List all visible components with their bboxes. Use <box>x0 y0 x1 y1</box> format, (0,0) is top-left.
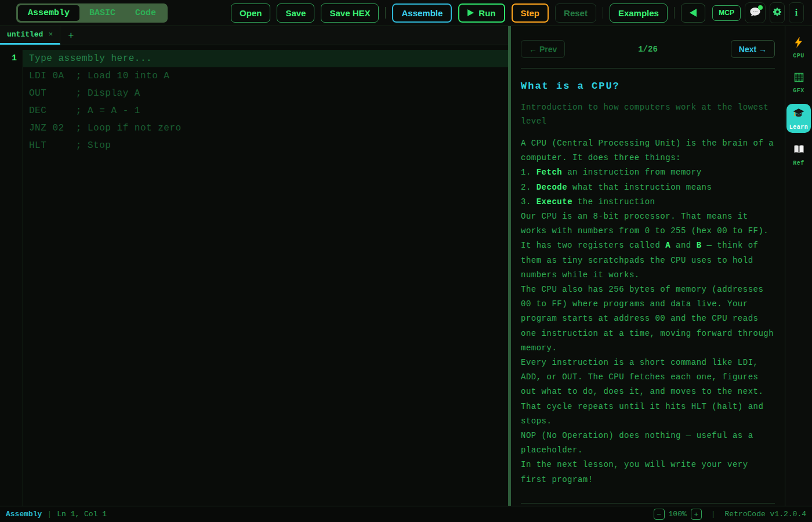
gear-icon <box>773 7 782 19</box>
toolbar-divider <box>603 7 603 19</box>
new-tab-button[interactable]: + <box>60 26 81 45</box>
app-version: RetroCode v1.2.0.4 <box>725 510 806 519</box>
lesson-paragraph: 3. Execute the instruction <box>521 195 775 209</box>
chat-button[interactable] <box>745 2 766 23</box>
lesson-paragraph: 2. Decode what that instruction means <box>521 180 775 195</box>
app-window: Assembly BASIC Code Open Save Save HEX A… <box>0 0 812 522</box>
open-button[interactable]: Open <box>231 3 270 23</box>
lesson-paragraph: 1. Fetch an instruction from memory <box>521 165 775 180</box>
run-button[interactable]: Run <box>458 3 505 23</box>
language-mode-switcher: Assembly BASIC Code <box>16 3 168 23</box>
zoom-out-button[interactable]: − <box>654 509 665 520</box>
zoom-in-button[interactable]: + <box>691 509 702 520</box>
mode-tab-code[interactable]: Code <box>125 5 166 21</box>
lesson-body: A CPU (Central Processing Unit) is the b… <box>521 136 775 487</box>
lesson-title: What is a CPU? <box>521 81 775 92</box>
sidebar-label-learn: Learn <box>789 124 809 130</box>
step-button[interactable]: Step <box>512 3 549 23</box>
open-book-icon <box>793 143 805 158</box>
collapse-panel-button[interactable] <box>681 3 705 23</box>
tab-title: untitled <box>7 30 43 39</box>
editor-column: untitled × + 1 Type assembly here... LDI… <box>0 26 508 506</box>
ghost-code-line: HLT ; Stop <box>23 137 508 154</box>
status-divider: | <box>711 510 716 519</box>
status-divider: | <box>47 510 52 519</box>
next-lesson-button[interactable]: Next → <box>731 40 775 58</box>
sidebar-item-cpu[interactable]: CPU <box>786 34 811 61</box>
lesson-footer-divider <box>521 503 775 503</box>
status-right: − 100% + | RetroCode v1.2.0.4 <box>654 509 806 520</box>
sidebar-label-cpu: CPU <box>793 53 804 59</box>
info-button[interactable]: i <box>789 2 804 23</box>
prev-lesson-button[interactable]: ← Prev <box>521 40 565 58</box>
right-sidebar: CPU GFX <box>785 26 812 506</box>
editor-tab-untitled[interactable]: untitled × <box>0 26 60 45</box>
save-hex-button[interactable]: Save HEX <box>321 3 379 23</box>
toolbar-divider <box>674 7 675 19</box>
mode-tab-assembly[interactable]: Assembly <box>18 5 79 21</box>
lesson-panel: ← Prev 1/26 Next → What is a CPU? Introd… <box>511 26 785 506</box>
lightning-bolt-icon <box>793 37 804 51</box>
lesson-paragraph: Every instruction is a short command lik… <box>521 356 775 429</box>
mode-tab-basic[interactable]: BASIC <box>79 5 125 21</box>
toolbar-divider <box>385 7 386 19</box>
line-number-gutter: 1 <box>0 50 23 506</box>
left-triangle-icon <box>690 9 697 17</box>
sidebar-item-learn[interactable]: Learn <box>786 104 811 133</box>
graduation-cap-icon <box>792 107 805 122</box>
tab-close-icon[interactable]: × <box>48 30 53 39</box>
lesson-header-divider <box>521 68 775 68</box>
notification-dot <box>758 5 763 10</box>
ghost-code-line: OUT ; Display A <box>23 85 508 102</box>
cursor-position: Ln 1, Col 1 <box>57 510 107 519</box>
examples-button[interactable]: Examples <box>610 3 668 23</box>
status-mode: Assembly <box>6 510 42 519</box>
line-number: 1 <box>0 50 23 67</box>
reset-button[interactable]: Reset <box>555 3 596 23</box>
sidebar-item-gfx[interactable]: GFX <box>786 69 811 96</box>
editor-content[interactable]: Type assembly here... LDI 0A ; Load 10 i… <box>23 50 508 506</box>
info-icon: i <box>795 8 798 18</box>
pixel-grid-icon <box>793 72 804 86</box>
lesson-paragraph: A CPU (Central Processing Unit) is the b… <box>521 136 775 165</box>
lesson-paragraph: NOP (No Operation) does nothing — useful… <box>521 429 775 458</box>
editor-tab-bar: untitled × + <box>0 26 508 45</box>
save-button[interactable]: Save <box>277 3 314 23</box>
lesson-paragraph: Our CPU is an 8-bit processor. That mean… <box>521 209 775 282</box>
sidebar-item-ref[interactable]: Ref <box>786 140 811 169</box>
sidebar-label-ref: Ref <box>793 160 804 166</box>
current-line-placeholder: Type assembly here... <box>23 50 508 67</box>
ghost-example-code: LDI 0A ; Load 10 into AOUT ; Display ADE… <box>23 67 508 154</box>
mcp-button[interactable]: MCP <box>712 5 741 21</box>
lesson-page-indicator: 1/26 <box>638 45 658 54</box>
run-label: Run <box>478 8 495 18</box>
ghost-code-line: LDI 0A ; Load 10 into A <box>23 67 508 85</box>
lesson-subtitle: Introduction to how computers work at th… <box>521 100 775 128</box>
toolbar-right-cluster: MCP <box>712 2 804 23</box>
zoom-level: 100% <box>669 510 687 519</box>
play-icon <box>467 9 474 16</box>
lesson-paragraph: In the next lesson, you will write your … <box>521 458 775 487</box>
code-editor[interactable]: 1 Type assembly here... LDI 0A ; Load 10… <box>0 45 508 506</box>
lesson-paragraph: The CPU also has 256 bytes of memory (ad… <box>521 282 775 356</box>
toolbar: Assembly BASIC Code Open Save Save HEX A… <box>0 0 812 26</box>
main-area: untitled × + 1 Type assembly here... LDI… <box>0 26 812 506</box>
sidebar-label-gfx: GFX <box>793 88 804 94</box>
assemble-button[interactable]: Assemble <box>392 3 452 23</box>
ghost-code-line: JNZ 02 ; Loop if not zero <box>23 119 508 137</box>
ghost-code-line: DEC ; A = A - 1 <box>23 102 508 119</box>
status-bar: Assembly | Ln 1, Col 1 − 100% + | RetroC… <box>0 506 812 522</box>
settings-button[interactable] <box>770 2 785 23</box>
lesson-navigation: ← Prev 1/26 Next → <box>521 40 775 58</box>
